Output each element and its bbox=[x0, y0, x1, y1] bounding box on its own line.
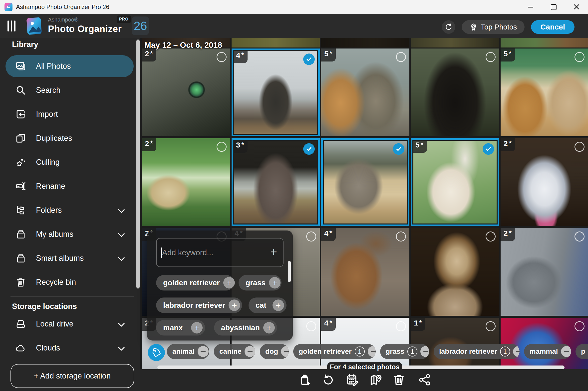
menu-button[interactable] bbox=[7, 20, 17, 32]
photo-tile-husky-face[interactable]: 2★ bbox=[501, 138, 588, 226]
chevron-down-icon[interactable] bbox=[116, 253, 126, 263]
photo-tile-sliver-4[interactable] bbox=[411, 38, 499, 48]
keyword-suggestion-cat[interactable]: cat+ bbox=[249, 298, 287, 313]
applied-keyword-labrador-retriever[interactable]: labrador retriever1 bbox=[434, 344, 520, 359]
photo-tile-sliver-5[interactable] bbox=[501, 38, 588, 48]
chevron-down-icon[interactable] bbox=[116, 229, 126, 239]
tag-mode-button[interactable] bbox=[148, 344, 165, 361]
photo-tile-weimaraner-field[interactable] bbox=[321, 138, 409, 226]
selection-checkbox[interactable] bbox=[486, 52, 496, 62]
selection-checkbox[interactable] bbox=[396, 52, 406, 62]
remove-keyword-button[interactable] bbox=[561, 346, 571, 357]
applied-keyword-golden-retriever[interactable]: golden retriever1 bbox=[293, 344, 376, 359]
photo-tile-weimaraner-lake[interactable]: 3★ bbox=[232, 138, 320, 226]
selection-checkbox[interactable] bbox=[217, 52, 227, 62]
keyword-suggestion-golden-retriever[interactable]: golden retriever+ bbox=[156, 275, 234, 290]
add-keyword-plus-icon[interactable]: + bbox=[223, 277, 235, 288]
top-photos-button[interactable]: Top Photos bbox=[462, 20, 525, 34]
keyword-suggestion-abyssinian[interactable]: abyssinian+ bbox=[214, 320, 277, 336]
photo-tile-two-golden-dogs[interactable]: 5★ bbox=[501, 48, 588, 136]
map-location-button[interactable] bbox=[369, 372, 383, 387]
close-button[interactable] bbox=[565, 0, 588, 14]
keyword-suggestion-grass[interactable]: grass+ bbox=[239, 275, 282, 290]
photo-tile-two-cats[interactable]: 5★ bbox=[321, 48, 409, 136]
cancel-button[interactable]: Cancel bbox=[531, 20, 575, 34]
keyword-suggestion-labrador-retriever[interactable]: labrador retriever+ bbox=[156, 298, 242, 313]
sidebar-item-culling[interactable]: Culling bbox=[5, 151, 134, 173]
sidebar-item-folders[interactable]: Folders bbox=[5, 199, 134, 221]
selection-checkbox-checked[interactable] bbox=[303, 54, 315, 65]
applied-keyword-grass[interactable]: grass1 bbox=[380, 344, 429, 359]
remove-keyword-button[interactable] bbox=[198, 346, 209, 357]
selection-checkbox[interactable] bbox=[575, 321, 585, 331]
sidebar-item-label: Import bbox=[36, 110, 58, 119]
selection-checkbox[interactable] bbox=[575, 232, 585, 242]
photo-tile-sliver-2[interactable] bbox=[232, 38, 320, 48]
add-keyword-plus-icon[interactable]: + bbox=[269, 277, 281, 288]
remove-keyword-button[interactable] bbox=[281, 346, 289, 357]
photo-tile-duckling[interactable]: 2★ bbox=[142, 138, 230, 226]
selection-checkbox[interactable] bbox=[306, 321, 316, 331]
photo-tile-pitbull-on-leash[interactable]: 2★ bbox=[501, 228, 588, 316]
selection-checkbox[interactable] bbox=[396, 321, 406, 331]
undo-button[interactable] bbox=[321, 372, 335, 387]
remove-keyword-button[interactable] bbox=[420, 346, 429, 357]
photo-tile-white-dog-grass[interactable]: 5★ bbox=[411, 138, 499, 226]
applied-keyword-animal[interactable]: animal bbox=[167, 344, 209, 359]
sidebar-item-my-albums[interactable]: My albums bbox=[5, 223, 134, 245]
add-storage-location-button[interactable]: + Add storage location bbox=[10, 364, 134, 388]
remove-keyword-button[interactable] bbox=[245, 346, 255, 357]
photo-tile-sliver-3[interactable] bbox=[321, 38, 409, 48]
selection-checkbox-checked[interactable] bbox=[393, 143, 404, 155]
selection-checkbox[interactable] bbox=[575, 52, 585, 62]
sidebar-item-search[interactable]: Search bbox=[5, 79, 134, 101]
minimize-button[interactable] bbox=[519, 0, 542, 14]
maximize-button[interactable] bbox=[542, 0, 565, 14]
sidebar-item-all-photos[interactable]: All Photos bbox=[5, 55, 134, 77]
photo-tile-cat-eye-closeup[interactable]: 2★ bbox=[142, 48, 230, 136]
sidebar-item-duplicates[interactable]: Duplicates bbox=[5, 127, 134, 149]
selection-checkbox[interactable] bbox=[306, 232, 316, 242]
photo-tile-doberman[interactable] bbox=[411, 48, 499, 136]
applied-keyword-label: dog bbox=[265, 348, 278, 356]
share-button[interactable] bbox=[418, 372, 432, 387]
sidebar-item-icon-wrap bbox=[15, 156, 26, 168]
sidebar-item-smart-albums[interactable]: Smart albums bbox=[5, 247, 134, 269]
sidebar-scrollbar[interactable] bbox=[136, 40, 140, 288]
photo-tile-dog-on-rock[interactable]: 4★ bbox=[232, 48, 320, 136]
photo-tile-dog-being-petted[interactable]: 4★ bbox=[321, 228, 409, 316]
selection-checkbox[interactable] bbox=[486, 232, 496, 242]
add-keyword-plus-icon[interactable]: + bbox=[229, 300, 240, 311]
add-keyword-plus-icon[interactable]: + bbox=[273, 300, 284, 311]
add-to-album-button[interactable] bbox=[298, 372, 312, 387]
refresh-button[interactable] bbox=[442, 20, 455, 34]
remove-keyword-button[interactable] bbox=[368, 346, 376, 357]
chevron-down-icon[interactable] bbox=[116, 343, 126, 353]
sidebar-item-import[interactable]: Import bbox=[5, 103, 134, 125]
keyword-input[interactable] bbox=[162, 238, 263, 267]
add-keyword-button[interactable]: + bbox=[270, 245, 277, 258]
keyword-suggestion-manx[interactable]: manx+ bbox=[156, 320, 205, 336]
chevron-down-icon[interactable] bbox=[116, 319, 126, 329]
selection-checkbox-checked[interactable] bbox=[483, 143, 494, 155]
edit-date-button[interactable] bbox=[345, 372, 360, 387]
selection-checkbox[interactable] bbox=[396, 232, 406, 242]
selection-checkbox[interactable] bbox=[217, 142, 227, 152]
chevron-down-icon[interactable] bbox=[116, 205, 126, 215]
applied-keyword-dog[interactable]: dog bbox=[260, 344, 289, 359]
photos-icon bbox=[15, 61, 26, 72]
applied-keyword-canine[interactable]: canine bbox=[214, 344, 255, 359]
selection-checkbox[interactable] bbox=[575, 142, 585, 152]
photo-tile-kitten-and-hand[interactable] bbox=[411, 228, 499, 316]
add-keyword-plus-icon[interactable]: + bbox=[191, 322, 203, 334]
applied-keyword-mammal[interactable]: mammal bbox=[524, 344, 571, 359]
keyword-panel-scrollbar[interactable] bbox=[288, 261, 291, 282]
add-keyword-plus-icon[interactable]: + bbox=[263, 322, 275, 334]
selection-checkbox[interactable] bbox=[486, 321, 496, 331]
sidebar-item-rename[interactable]: Rename bbox=[5, 175, 134, 197]
delete-button[interactable] bbox=[392, 372, 406, 387]
sidebar-item-clouds[interactable]: Clouds bbox=[5, 337, 134, 359]
selection-checkbox-checked[interactable] bbox=[303, 143, 315, 155]
sidebar-item-recycle-bin[interactable]: Recycle bin bbox=[5, 271, 134, 293]
sidebar-item-local-drive[interactable]: Local drive bbox=[5, 313, 134, 335]
